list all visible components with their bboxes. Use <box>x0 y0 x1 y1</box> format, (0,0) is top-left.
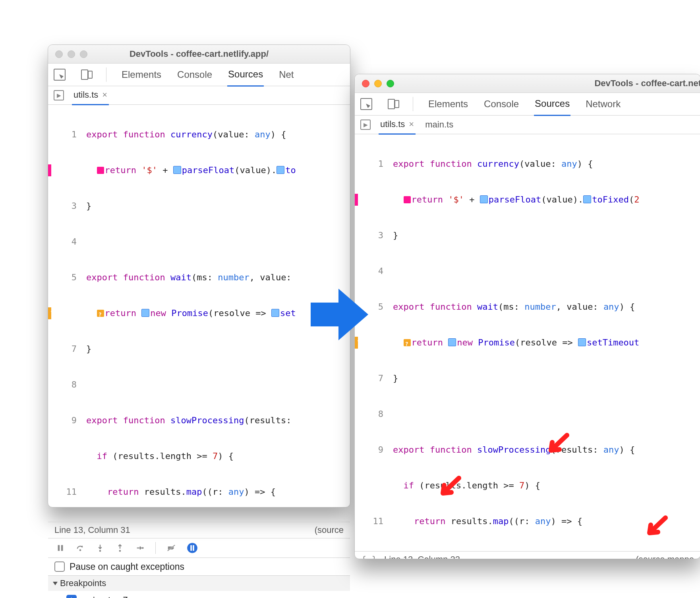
pause-caught-row[interactable]: Pause on caught exceptions <box>48 558 350 575</box>
minimize-dot[interactable] <box>374 80 382 87</box>
triangle-icon <box>53 582 58 585</box>
breakpoint-item[interactable]: main.ts:7 createApp(App) <box>48 591 350 598</box>
tab-network[interactable]: Network <box>585 93 621 115</box>
tab-console[interactable]: Console <box>176 64 213 86</box>
inspect-icon[interactable] <box>54 69 66 81</box>
file-tab-utils[interactable]: utils.ts× <box>72 86 109 105</box>
checkbox-icon[interactable] <box>54 561 65 572</box>
red-arrow-annotation <box>437 474 465 502</box>
breakpoint-list: main.ts:7 createApp(App) utils.ts:2 retu… <box>48 591 350 598</box>
file-tab-utils[interactable]: utils.ts× <box>379 115 416 135</box>
file-tabs: ▶ utils.ts× main.ts <box>355 116 700 134</box>
red-arrow-annotation <box>644 514 671 542</box>
svg-point-2 <box>79 549 81 551</box>
devtools-tabs: Elements Console Sources Net <box>48 64 350 86</box>
svg-rect-0 <box>58 545 60 551</box>
format-icon[interactable]: { } <box>361 554 377 559</box>
svg-point-5 <box>142 547 144 549</box>
svg-point-4 <box>119 550 121 552</box>
debugger-toolbar <box>48 538 350 558</box>
status-bar: Line 13, Column 31 (source <box>48 522 350 538</box>
devtools-tabs: Elements Console Sources Network <box>355 93 700 116</box>
svg-rect-1 <box>61 545 63 551</box>
deactivate-bp-icon[interactable] <box>167 544 176 552</box>
pause-exceptions-icon[interactable] <box>187 542 198 554</box>
svg-rect-10 <box>193 545 194 551</box>
tab-sources[interactable]: Sources <box>534 93 570 116</box>
tab-sources[interactable]: Sources <box>227 63 264 87</box>
arrow-annotation <box>307 283 370 346</box>
file-tab-main[interactable]: main.ts <box>423 116 455 134</box>
tab-elements[interactable]: Elements <box>121 64 162 86</box>
tab-network[interactable]: Net <box>278 64 294 86</box>
window-title: DevTools - coffee-cart.netlify.app/ <box>48 49 350 59</box>
file-tabs: ▶ utils.ts× <box>48 86 350 105</box>
titlebar: DevTools - coffee-cart.netlify.app/ <box>48 45 350 64</box>
breakpoints-section[interactable]: Breakpoints <box>48 575 350 591</box>
red-arrow-annotation <box>545 431 573 459</box>
close-dot[interactable] <box>362 80 369 87</box>
tab-console[interactable]: Console <box>483 93 520 115</box>
navigator-icon[interactable]: ▶ <box>360 120 371 130</box>
device-icon[interactable] <box>387 99 398 109</box>
svg-point-8 <box>187 543 197 553</box>
zoom-dot[interactable] <box>387 80 394 87</box>
window-title: DevTools - coffee-cart.net <box>594 78 700 89</box>
devtools-window-left: DevTools - coffee-cart.netlify.app/ Elem… <box>48 44 350 507</box>
navigator-icon[interactable]: ▶ <box>54 90 64 100</box>
titlebar: DevTools - coffee-cart.net <box>355 74 700 93</box>
tab-elements[interactable]: Elements <box>427 93 469 115</box>
svg-point-3 <box>99 550 101 552</box>
code-editor[interactable]: 1export function currency(value: any) { … <box>355 134 700 551</box>
status-bar: { } Line 12, Column 22 (source mappe <box>355 551 700 559</box>
code-editor[interactable]: 1export function currency(value: any) { … <box>48 105 350 522</box>
traffic-lights <box>362 80 394 87</box>
device-icon[interactable] <box>80 69 92 80</box>
step-over-icon[interactable] <box>76 544 85 552</box>
step-icon[interactable] <box>135 544 144 552</box>
step-out-icon[interactable] <box>116 544 124 552</box>
close-icon[interactable]: × <box>102 90 107 100</box>
step-into-icon[interactable] <box>96 544 104 552</box>
devtools-window-right: DevTools - coffee-cart.net Elements Cons… <box>354 74 700 559</box>
pause-icon[interactable] <box>56 544 65 552</box>
svg-rect-9 <box>190 545 192 551</box>
checkbox-icon[interactable] <box>66 595 77 598</box>
close-icon[interactable]: × <box>409 119 414 129</box>
inspect-icon[interactable] <box>360 98 372 110</box>
